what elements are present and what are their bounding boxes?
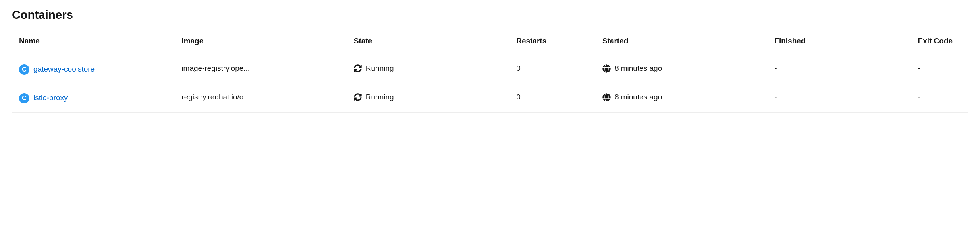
cell-name: C gateway-coolstore <box>12 55 174 84</box>
cell-finished: - <box>767 55 911 84</box>
cell-finished: - <box>767 84 911 113</box>
state-text: Running <box>366 64 394 73</box>
globe-icon <box>602 93 611 101</box>
cell-state: Running <box>347 84 509 113</box>
cell-started: 8 minutes ago <box>595 55 767 84</box>
header-exit-code[interactable]: Exit Code <box>911 33 968 55</box>
header-finished[interactable]: Finished <box>767 33 911 55</box>
table-row: C gateway-coolstore image-registry.ope..… <box>12 55 968 84</box>
container-badge-icon: C <box>19 64 29 75</box>
containers-table: Name Image State Restarts Started Finish… <box>12 33 968 113</box>
cell-image: image-registry.ope... <box>174 55 346 84</box>
started-text: 8 minutes ago <box>615 64 662 73</box>
sync-icon <box>354 93 362 101</box>
cell-restarts: 0 <box>509 84 595 113</box>
sync-icon <box>354 64 362 72</box>
cell-exit-code: - <box>911 84 968 113</box>
section-title: Containers <box>12 8 968 21</box>
header-name[interactable]: Name <box>12 33 174 55</box>
cell-exit-code: - <box>911 55 968 84</box>
cell-restarts: 0 <box>509 55 595 84</box>
cell-image: registry.redhat.io/o... <box>174 84 346 113</box>
container-name-link[interactable]: istio-proxy <box>33 93 68 103</box>
header-restarts[interactable]: Restarts <box>509 33 595 55</box>
cell-state: Running <box>347 55 509 84</box>
header-image[interactable]: Image <box>174 33 346 55</box>
header-started[interactable]: Started <box>595 33 767 55</box>
table-row: C istio-proxy registry.redhat.io/o... Ru… <box>12 84 968 113</box>
table-header-row: Name Image State Restarts Started Finish… <box>12 33 968 55</box>
globe-icon <box>602 64 611 73</box>
container-name-link[interactable]: gateway-coolstore <box>33 64 95 74</box>
container-badge-icon: C <box>19 93 29 103</box>
started-text: 8 minutes ago <box>615 93 662 101</box>
header-state[interactable]: State <box>347 33 509 55</box>
cell-name: C istio-proxy <box>12 84 174 113</box>
state-text: Running <box>366 93 394 101</box>
cell-started: 8 minutes ago <box>595 84 767 113</box>
